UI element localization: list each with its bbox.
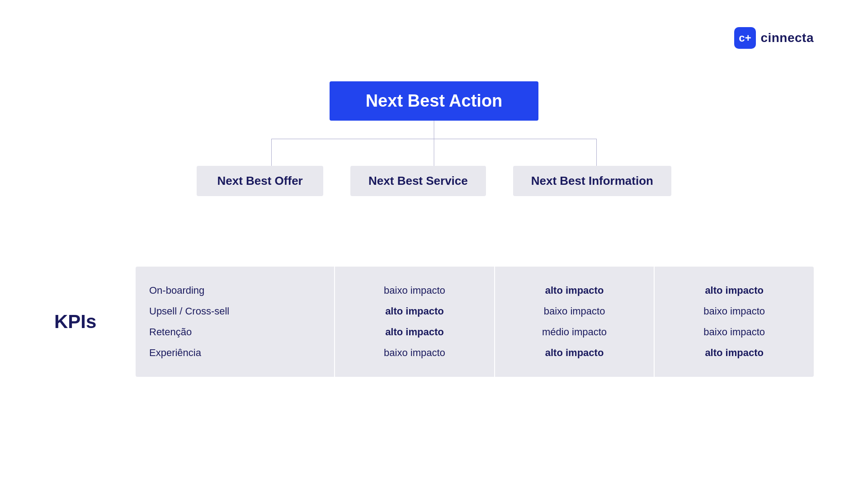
information-item-3: alto impacto: [668, 343, 800, 363]
service-item-3: alto impacto: [509, 343, 641, 363]
kpi-label-2: Retenção: [149, 322, 321, 343]
cinnecta-logo-icon: c+: [734, 27, 756, 49]
kpis-service-col: alto impacto baixo impacto médio impacto…: [495, 267, 655, 377]
tree-line-left: [271, 139, 272, 166]
kpis-section: KPIs On-boarding Upsell / Cross-sell Ret…: [54, 267, 814, 377]
next-best-information-box: Next Best Information: [513, 166, 671, 196]
sub-boxes-row: Next Best Offer Next Best Service Next B…: [185, 166, 683, 196]
kpis-offer-col: baixo impacto alto impacto alto impacto …: [335, 267, 495, 377]
kpis-label: KPIs: [54, 267, 136, 377]
kpis-table: On-boarding Upsell / Cross-sell Retenção…: [136, 267, 814, 377]
offer-item-3: baixo impacto: [349, 343, 481, 363]
next-best-offer-box: Next Best Offer: [197, 166, 323, 196]
information-item-2: baixo impacto: [668, 322, 800, 343]
offer-item-1: alto impacto: [349, 301, 481, 322]
tree-line-right: [596, 139, 597, 166]
service-item-0: alto impacto: [509, 280, 641, 301]
next-best-service-box: Next Best Service: [350, 166, 486, 196]
tree-line-center: [434, 139, 434, 166]
kpis-labels-col: On-boarding Upsell / Cross-sell Retenção…: [136, 267, 335, 377]
kpis-information-col: alto impacto baixo impacto baixo impacto…: [655, 267, 814, 377]
offer-item-2: alto impacto: [349, 322, 481, 343]
information-item-1: baixo impacto: [668, 301, 800, 322]
tree-connector: [231, 121, 637, 166]
logo: c+ cinnecta: [734, 27, 814, 49]
diagram-container: Next Best Action Next Best Offer Next Be…: [163, 81, 705, 196]
information-item-0: alto impacto: [668, 280, 800, 301]
logo-text: cinnecta: [760, 31, 814, 45]
svg-text:c+: c+: [739, 32, 751, 44]
offer-item-0: baixo impacto: [349, 280, 481, 301]
kpi-label-3: Experiência: [149, 343, 321, 363]
kpi-label-1: Upsell / Cross-sell: [149, 301, 321, 322]
kpi-label-0: On-boarding: [149, 280, 321, 301]
service-item-2: médio impacto: [509, 322, 641, 343]
nba-box: Next Best Action: [330, 81, 539, 121]
service-item-1: baixo impacto: [509, 301, 641, 322]
